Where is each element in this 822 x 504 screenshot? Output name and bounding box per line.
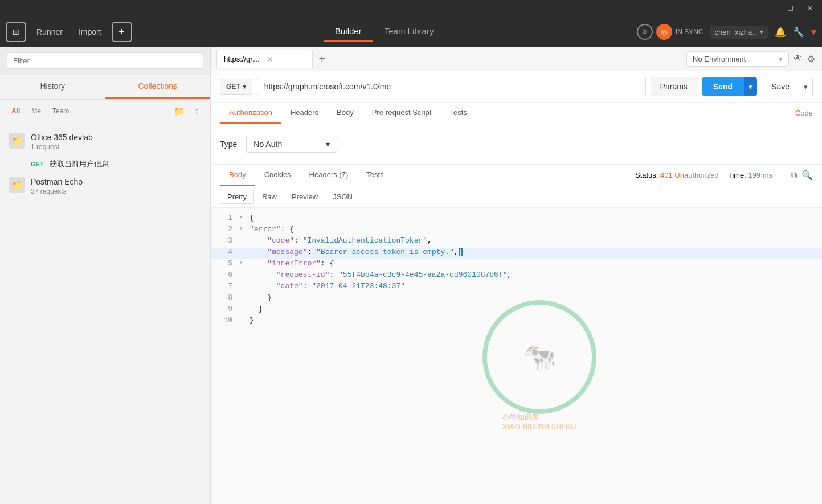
- code-line: 10 }: [211, 316, 822, 327]
- resp-tab-headers[interactable]: Headers (7): [300, 165, 358, 186]
- url-input[interactable]: [257, 77, 646, 96]
- request-name: 获取当前用户信息: [50, 159, 109, 169]
- sort-button[interactable]: ↕: [190, 104, 203, 118]
- code-line: 6 "request-id": "55f4bb4a-c3c9-4e45-aa2a…: [211, 271, 822, 282]
- environment-selector[interactable]: No Environment ▾: [686, 51, 789, 67]
- save-group: Save ▾: [762, 77, 813, 96]
- request-item[interactable]: GET 获取当前用户信息: [7, 155, 203, 173]
- user-name: chen_xizha..: [715, 28, 756, 36]
- search-button[interactable]: 🔍: [801, 170, 813, 181]
- notification-icon[interactable]: 🔔: [775, 27, 786, 38]
- maximize-button[interactable]: ☐: [784, 3, 797, 14]
- view-tab-raw[interactable]: Raw: [255, 190, 284, 203]
- tab-tests[interactable]: Tests: [440, 103, 476, 124]
- code-line: 5 ▾ "innerError": {: [211, 259, 822, 271]
- collection-item[interactable]: 📁 Office 365 devlab 1 request: [7, 128, 203, 155]
- filter-team[interactable]: Team: [48, 106, 73, 116]
- fold-toggle: [239, 248, 247, 254]
- code-line: 9 }: [211, 305, 822, 316]
- fold-toggle: [239, 293, 247, 300]
- tabs-bar: https://graph.microso ✕ +: [211, 47, 680, 71]
- status-label-text: Status:: [635, 171, 658, 179]
- layout-icon: ⊡: [13, 27, 19, 36]
- code-content: "error": {: [250, 225, 822, 233]
- tab-authorization[interactable]: Authorization: [220, 103, 281, 124]
- code-content: "date": "2017-04-21T23:48:37": [250, 282, 822, 290]
- collections-tab[interactable]: Collections: [105, 75, 211, 99]
- runner-button[interactable]: Runner: [31, 25, 68, 39]
- resp-tab-body[interactable]: Body: [220, 165, 255, 186]
- time-label-text: Time:: [728, 171, 746, 179]
- team-library-tab[interactable]: Team Library: [373, 22, 445, 42]
- tab-close-icon[interactable]: ✕: [265, 55, 306, 64]
- request-tabs: Authorization Headers Body Pre-request S…: [211, 103, 822, 124]
- collection-meta: 1 request: [31, 143, 201, 151]
- collection-item[interactable]: 📁 Postman Echo 37 requests: [7, 173, 203, 200]
- user-dropdown[interactable]: chen_xizha.. ▾: [710, 26, 768, 39]
- sync-network-icon: ⚙: [637, 24, 653, 40]
- fold-toggle[interactable]: ▾: [239, 225, 247, 232]
- env-controls: No Environment ▾ 👁 ⚙: [680, 47, 822, 71]
- method-selector[interactable]: GET ▾: [220, 79, 252, 95]
- nav-center-tabs: Builder Team Library: [137, 22, 632, 42]
- builder-tab[interactable]: Builder: [324, 22, 373, 42]
- send-dropdown-button[interactable]: ▾: [744, 77, 757, 96]
- save-button[interactable]: Save: [762, 77, 799, 96]
- tab-pre-request-script[interactable]: Pre-request Script: [363, 103, 441, 124]
- code-editor: 1 ▾ { 2 ▾ "error": { 3 "code": "InvalidA…: [211, 208, 822, 504]
- title-bar: — ☐ ✕: [0, 0, 822, 17]
- new-tab-button[interactable]: +: [112, 22, 132, 42]
- auth-section: Type No Auth ▾: [211, 124, 822, 165]
- resp-tab-tests[interactable]: Tests: [357, 165, 392, 186]
- response-tabs-bar: Body Cookies Headers (7) Tests Status: 4…: [211, 165, 822, 186]
- auth-type-selector[interactable]: No Auth ▾: [246, 136, 337, 153]
- sync-area: ⚙ ◎ IN SYNC: [637, 24, 704, 40]
- method-badge: GET: [31, 161, 44, 167]
- auth-dropdown-icon: ▾: [326, 140, 330, 149]
- new-icon: +: [118, 26, 125, 38]
- collection-info: Office 365 devlab 1 request: [31, 133, 201, 151]
- add-tab-button[interactable]: +: [315, 52, 329, 65]
- code-link-button[interactable]: Code: [795, 103, 813, 124]
- filter-me[interactable]: Me: [27, 106, 46, 116]
- folder-icon: 📁: [9, 133, 25, 149]
- tab-item[interactable]: https://graph.microso ✕: [216, 50, 313, 68]
- env-gear-button[interactable]: ⚙: [807, 54, 815, 64]
- heart-icon[interactable]: ♥: [811, 27, 817, 37]
- code-line: 8 }: [211, 293, 822, 305]
- close-button[interactable]: ✕: [804, 3, 816, 14]
- filter-all[interactable]: All: [7, 106, 24, 116]
- collection-meta: 37 requests: [31, 187, 201, 195]
- save-dropdown-button[interactable]: ▾: [799, 77, 813, 96]
- fold-toggle[interactable]: ▾: [239, 214, 247, 220]
- view-tab-preview[interactable]: Preview: [285, 190, 325, 203]
- code-content: }: [250, 305, 822, 313]
- view-tab-pretty[interactable]: Pretty: [220, 190, 254, 204]
- params-button[interactable]: Params: [651, 77, 697, 96]
- copy-button[interactable]: ⧉: [791, 170, 797, 181]
- filter-input[interactable]: [7, 52, 203, 69]
- new-folder-button[interactable]: 📁: [173, 104, 186, 118]
- wrench-icon[interactable]: 🔧: [793, 27, 804, 38]
- code-content: "innerError": {: [250, 259, 822, 268]
- sync-status-circle: ◎: [656, 24, 672, 40]
- code-content: }: [250, 316, 822, 325]
- env-eye-button[interactable]: 👁: [794, 54, 803, 64]
- send-group: Send ▾: [702, 77, 757, 96]
- env-dropdown-icon: ▾: [779, 55, 783, 63]
- tab-body[interactable]: Body: [328, 103, 363, 124]
- fold-toggle[interactable]: ▾: [239, 259, 247, 266]
- main-layout: History Collections All Me Team 📁 ↕ 📁 Of…: [0, 47, 822, 504]
- tab-headers[interactable]: Headers: [281, 103, 328, 124]
- code-content: "request-id": "55f4bb4a-c3c9-4e45-aa2a-c…: [250, 271, 822, 279]
- view-tab-json[interactable]: JSON: [326, 190, 359, 203]
- collections-list: 📁 Office 365 devlab 1 request GET 获取当前用户…: [0, 122, 210, 206]
- sidebar-toggle-button[interactable]: ⊡: [6, 22, 26, 42]
- import-button[interactable]: Import: [73, 25, 107, 39]
- history-tab[interactable]: History: [0, 75, 105, 99]
- line-number: 7: [211, 282, 239, 290]
- minimize-button[interactable]: —: [763, 3, 777, 14]
- resp-tab-cookies[interactable]: Cookies: [255, 165, 300, 186]
- send-button[interactable]: Send: [702, 77, 744, 96]
- sync-label: IN SYNC: [676, 28, 704, 36]
